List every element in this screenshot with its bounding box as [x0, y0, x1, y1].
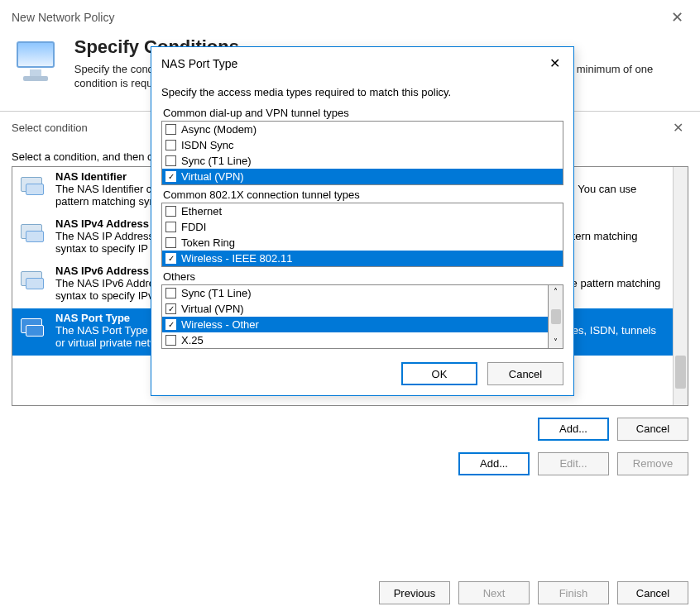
scrollbar-thumb[interactable]	[675, 356, 686, 389]
checkbox-icon[interactable]	[165, 171, 176, 182]
scroll-up-icon[interactable]: ˄	[549, 285, 563, 298]
group-label-8021x: Common 802.1X connection tunnel types	[163, 189, 563, 201]
list-item[interactable]: Sync (T1 Line)	[162, 153, 563, 169]
remove-button: Remove	[617, 452, 688, 475]
checkbox-icon[interactable]	[165, 319, 176, 330]
checkbox-icon[interactable]	[165, 303, 176, 314]
list-item[interactable]: Virtual (VPN)	[162, 301, 548, 317]
cancel-button[interactable]: Cancel	[487, 362, 563, 385]
server-icon	[17, 170, 47, 200]
list-item[interactable]: Wireless - Other	[162, 317, 548, 332]
list-item-label: Ethernet	[181, 205, 222, 217]
list-item[interactable]: Sync (T1 Line)	[162, 285, 548, 301]
list-item-label: ISDN Sync	[181, 139, 234, 151]
add-button[interactable]: Add...	[538, 418, 609, 441]
server-icon	[17, 265, 47, 294]
scrollbar[interactable]	[673, 167, 688, 405]
next-button: Next	[458, 581, 530, 604]
list-item[interactable]: Async (Modem)	[162, 122, 563, 137]
list-item[interactable]: Wireless - IEEE 802.11	[162, 251, 563, 266]
scroll-down-icon[interactable]: ˅	[549, 336, 563, 348]
finish-button: Finish	[538, 581, 609, 604]
wizard-title: New Network Policy	[12, 11, 114, 24]
scrollbar[interactable]: ˄ ˅	[549, 284, 563, 349]
checkbox-icon[interactable]	[165, 253, 176, 264]
edit-button: Edit...	[538, 452, 609, 475]
nas-port-type-dialog: NAS Port Type ✕ Specify the access media…	[151, 46, 574, 396]
checkbox-icon[interactable]	[165, 222, 176, 232]
checkbox-icon[interactable]	[165, 140, 176, 150]
cancel-button[interactable]: Cancel	[617, 418, 688, 441]
list-item-label: Wireless - IEEE 802.11	[181, 252, 292, 265]
list-item[interactable]: Token Ring	[162, 235, 563, 251]
list-item-label: Sync (T1 Line)	[181, 155, 252, 167]
checkbox-icon[interactable]	[165, 124, 176, 135]
list-item[interactable]: Virtual (VPN)	[162, 169, 563, 184]
group-label-others: Others	[163, 270, 563, 283]
checkbox-icon[interactable]	[165, 288, 176, 298]
list-item-label: Async (Modem)	[181, 123, 257, 136]
checkbox-icon[interactable]	[165, 155, 176, 166]
close-icon[interactable]: ✕	[666, 7, 688, 28]
list-item-label: Virtual (VPN)	[181, 303, 244, 315]
list-item-label: Token Ring	[181, 236, 235, 249]
list-item-label: Sync (T1 Line)	[181, 287, 252, 299]
list-item-label: Wireless - Other	[181, 318, 259, 331]
list-item-label: Virtual (VPN)	[181, 170, 244, 183]
close-icon[interactable]: ✕	[544, 54, 565, 73]
previous-button[interactable]: Previous	[379, 581, 450, 604]
list-item[interactable]: FDDI	[162, 219, 563, 235]
checkbox-icon[interactable]	[165, 335, 176, 346]
close-icon[interactable]: ✕	[668, 118, 688, 137]
listbox-others[interactable]: Sync (T1 Line) Virtual (VPN) Wireless - …	[161, 284, 549, 349]
group-label-dialup-vpn: Common dial-up and VPN tunnel types	[163, 107, 563, 119]
list-item[interactable]: Ethernet	[162, 203, 563, 219]
checkbox-icon[interactable]	[165, 237, 176, 248]
listbox-dialup-vpn[interactable]: Async (Modem) ISDN Sync Sync (T1 Line) V…	[161, 121, 563, 185]
server-icon	[17, 217, 47, 247]
monitor-icon	[12, 36, 60, 84]
listbox-8021x[interactable]: Ethernet FDDI Token Ring Wireless - IEEE…	[161, 203, 563, 267]
add-condition-button[interactable]: Add...	[458, 452, 530, 475]
list-item[interactable]: ISDN Sync	[162, 137, 563, 153]
list-item[interactable]: X.25	[162, 332, 548, 348]
scrollbar-thumb[interactable]	[551, 309, 561, 324]
cancel-button[interactable]: Cancel	[617, 581, 688, 604]
list-item-label: FDDI	[181, 221, 206, 233]
checkbox-icon[interactable]	[165, 206, 176, 217]
list-item-label: X.25	[181, 334, 204, 346]
select-condition-label: Select condition	[12, 122, 88, 134]
dialog-title: NAS Port Type	[161, 57, 237, 70]
server-icon	[17, 312, 47, 341]
dialog-instruction: Specify the access media types required …	[161, 86, 563, 98]
ok-button[interactable]: OK	[401, 362, 477, 385]
